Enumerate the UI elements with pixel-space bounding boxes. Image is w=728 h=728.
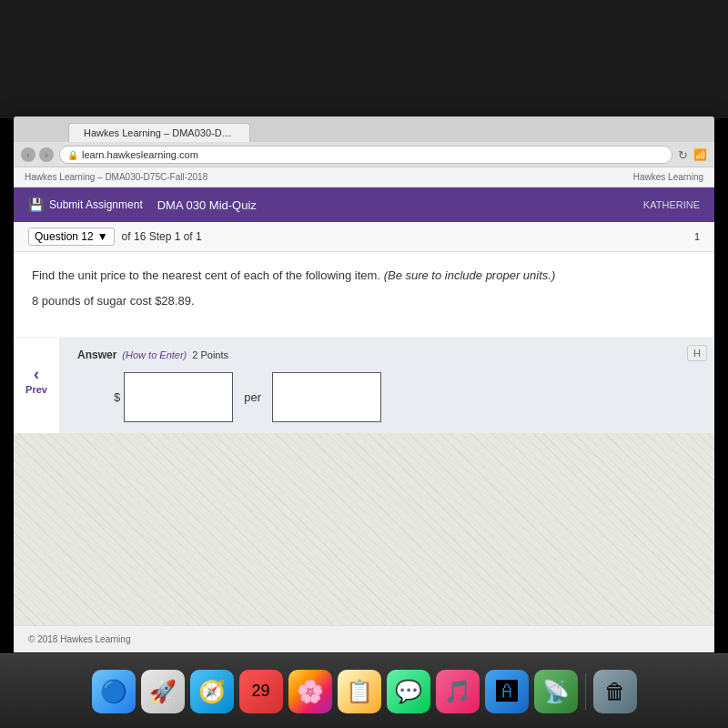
forward-button[interactable]: › (39, 147, 54, 162)
dock-icon-messages[interactable]: 💬 (387, 670, 430, 713)
dropdown-arrow-icon: ▼ (97, 230, 108, 243)
dollar-sign: $ (114, 390, 122, 404)
save-icon: 💾 (28, 197, 44, 212)
question-label: Question 12 (35, 230, 94, 243)
unit-input[interactable] (272, 372, 381, 422)
dock-divider (585, 673, 586, 710)
macos-dock: 🔵 🚀 🧭 29 🌸 📋 💬 🎵 🅰 📡 🗑 (0, 653, 728, 728)
nav-side: ‹ Prev (14, 338, 59, 433)
main-content: Question 12 ▼ of 16 Step 1 of 1 1 Find t… (14, 222, 714, 625)
dollar-group: $ (114, 372, 233, 422)
lock-icon: 🔒 (67, 150, 78, 160)
question-dropdown[interactable]: Question 12 ▼ (28, 228, 115, 246)
answer-area-wrapper: ‹ Prev Answer(How to Enter) 2 Points $ p… (14, 338, 714, 433)
prev-label: Prev (25, 384, 47, 395)
dock-icon-launchpad[interactable]: 🚀 (141, 670, 185, 713)
hint-button[interactable]: H (687, 345, 707, 361)
question-main-text: Find the unit price to the nearest cent … (32, 268, 380, 282)
copyright-text: © 2018 Hawkes Learning (28, 634, 130, 644)
address-bar[interactable]: 🔒 learn.hawkeslearning.com (59, 146, 672, 164)
dock-icon-finder[interactable]: 🔵 (92, 670, 136, 713)
wifi-icon: 📶 (693, 148, 707, 161)
per-label: per (244, 390, 261, 404)
browser-tab[interactable]: Hawkes Learning – DMA030-D75C-Fall-2018 (68, 123, 250, 142)
site-label: Hawkes Learning (633, 172, 703, 182)
tab-label: Hawkes Learning – DMA030-D75C-Fall-2018 (84, 127, 250, 138)
tab-subtitle: Hawkes Learning – DMA030-D75C-Fall-2018 (25, 172, 207, 182)
dock-icon-facetime[interactable]: 📡 (534, 670, 578, 713)
url-text: learn.hawkeslearning.com (82, 149, 198, 160)
submit-label: Submit Assignment (49, 198, 143, 211)
page-indicator: 1 (694, 231, 700, 242)
quiz-title: DMA 030 Mid-Quiz (157, 198, 257, 212)
dock-icon-appstore[interactable]: 🅰 (485, 670, 529, 713)
question-panel: Question 12 ▼ of 16 Step 1 of 1 1 Find t… (14, 222, 714, 433)
question-body: Find the unit price to the nearest cent … (14, 252, 714, 338)
amount-input[interactable] (124, 372, 233, 422)
how-to-enter-link[interactable]: (How to Enter) (122, 349, 187, 360)
points-badge: 2 Points (192, 349, 228, 360)
answer-inputs: $ per (114, 372, 696, 422)
dock-icon-trash[interactable]: 🗑 (593, 670, 637, 713)
question-data: 8 pounds of sugar cost $28.89. (32, 294, 696, 308)
site-top-bar: Hawkes Learning – DMA030-D75C-Fall-2018 … (14, 167, 714, 187)
dock-icon-music[interactable]: 🎵 (436, 670, 480, 713)
prev-button[interactable]: ‹ (34, 365, 39, 384)
question-header: Question 12 ▼ of 16 Step 1 of 1 1 (14, 222, 714, 252)
refresh-button[interactable]: ↻ (678, 148, 688, 162)
user-name: KATHERINE (643, 199, 700, 210)
question-text: Find the unit price to the nearest cent … (32, 267, 696, 285)
dock-icon-safari[interactable]: 🧭 (190, 670, 234, 713)
answer-text: Answer (77, 349, 116, 361)
step-info: of 16 Step 1 of 1 (122, 230, 202, 243)
submit-assignment-button[interactable]: 💾 Submit Assignment (28, 197, 143, 212)
dock-icon-notes[interactable]: 📋 (338, 670, 381, 713)
nav-bar: 💾 Submit Assignment DMA 030 Mid-Quiz KAT… (14, 187, 714, 222)
question-italic-text: (Be sure to include proper units.) (384, 268, 556, 282)
dock-icon-photos[interactable]: 🌸 (288, 670, 332, 713)
dock-icon-calendar[interactable]: 29 (239, 670, 283, 713)
back-button[interactable]: ‹ (21, 147, 35, 162)
site-footer: © 2018 Hawkes Learning (14, 625, 714, 652)
answer-label: Answer(How to Enter) 2 Points (77, 349, 696, 361)
answer-section: Answer(How to Enter) 2 Points $ per H (59, 338, 714, 433)
